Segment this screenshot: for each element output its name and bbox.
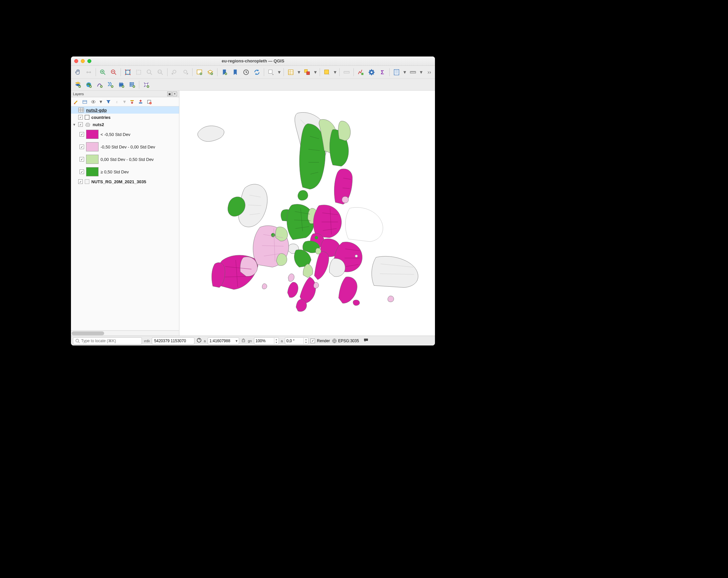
select-features-button[interactable]: [302, 67, 312, 77]
identify-button[interactable]: [266, 67, 276, 77]
collapse-all-button[interactable]: [137, 99, 144, 105]
new-3d-view-button[interactable]: [205, 67, 215, 77]
coord-toggle-icon[interactable]: [197, 338, 202, 344]
layer-toolbar: [71, 79, 435, 90]
measure-button[interactable]: [342, 67, 352, 77]
new-map-view-button[interactable]: [194, 67, 204, 77]
expand-all-button[interactable]: [129, 99, 135, 105]
class-visibility-checkbox[interactable]: ✓: [79, 132, 84, 137]
crs-button[interactable]: EPSG:3035: [332, 338, 359, 343]
layer-label: NUTS_RG_20M_2021_3035: [91, 179, 178, 184]
legend-item-1[interactable]: ✓ -0,50 Std Dev - 0,00 Std Dev: [71, 140, 179, 153]
zoom-next-button[interactable]: [180, 67, 190, 77]
rotation-input[interactable]: [285, 339, 304, 343]
expression-filter-button[interactable]: ε: [114, 99, 120, 105]
measure-line-button[interactable]: [408, 67, 418, 77]
scale-combo[interactable]: ▾: [208, 337, 239, 344]
new-bookmark-button[interactable]: [219, 67, 229, 77]
filter-legend-button[interactable]: [105, 99, 112, 105]
identify-dropdown[interactable]: ▾: [277, 69, 282, 75]
layer-visibility-checkbox[interactable]: ✓: [78, 179, 83, 184]
zoom-in-button[interactable]: [98, 67, 108, 77]
select-dropdown[interactable]: ▾: [313, 69, 318, 75]
zoom-selection-button[interactable]: [134, 67, 144, 77]
remove-layer-button[interactable]: [146, 99, 152, 105]
locator-bar[interactable]: [73, 337, 142, 344]
measure-dropdown[interactable]: ▾: [419, 69, 423, 75]
temporal-controller-button[interactable]: [241, 67, 251, 77]
field-calculator-button[interactable]: Σ: [378, 67, 387, 77]
add-raster-layer-button[interactable]: [84, 80, 94, 90]
deselect-dropdown[interactable]: ▾: [333, 69, 337, 75]
toolbox-button[interactable]: [367, 67, 376, 77]
pan-to-selection-button[interactable]: [84, 67, 94, 77]
panel-float-button[interactable]: ▣: [167, 91, 172, 96]
rotation-spin[interactable]: ▲▼: [285, 337, 309, 344]
locator-input[interactable]: [81, 339, 139, 343]
minimize-window-button[interactable]: [81, 59, 85, 63]
layer-style-button[interactable]: [73, 99, 79, 105]
magnifier-spin[interactable]: ▲▼: [254, 337, 279, 344]
layer-label: countries: [91, 115, 178, 120]
svg-rect-14: [269, 70, 272, 73]
show-bookmarks-button[interactable]: [230, 67, 240, 77]
magnifier-input[interactable]: [254, 339, 274, 343]
lock-icon[interactable]: [241, 338, 246, 343]
rotation-label: a: [281, 339, 283, 343]
open-attr-table-button[interactable]: [286, 67, 296, 77]
map-canvas[interactable]: [179, 90, 435, 336]
messages-icon[interactable]: [363, 337, 369, 344]
add-vector-layer-button[interactable]: [73, 80, 83, 90]
zoom-last-button[interactable]: [170, 67, 179, 77]
class-visibility-checkbox[interactable]: ✓: [79, 157, 84, 162]
scale-input[interactable]: [208, 339, 234, 343]
layer-item-nuts-bg[interactable]: ✓ NUTS_RG_20M_2021_3035: [71, 178, 179, 185]
add-group-button[interactable]: [81, 99, 88, 105]
attr-table-dropdown[interactable]: ▾: [297, 69, 301, 75]
close-window-button[interactable]: [74, 59, 78, 63]
svg-point-45: [315, 236, 318, 239]
zoom-native-button[interactable]: 1:1: [155, 67, 165, 77]
new-mesh-layer-button[interactable]: [127, 80, 137, 90]
manage-visibility-button[interactable]: [90, 99, 97, 105]
legend-label: < -0,50 Std Dev: [101, 132, 178, 137]
refresh-button[interactable]: [252, 67, 262, 77]
crs-label: EPSG:3035: [338, 339, 359, 343]
svg-point-46: [355, 255, 358, 258]
panel-close-button[interactable]: ✕: [173, 91, 177, 96]
coordinates-input[interactable]: [152, 337, 194, 344]
zoom-out-button[interactable]: [109, 67, 119, 77]
scale-dropdown[interactable]: ▾: [234, 339, 239, 343]
stats-summary-button[interactable]: [356, 67, 366, 77]
layer-item-nuts2[interactable]: ▼ ✓ nuts2: [71, 121, 179, 128]
new-virtual-layer-button[interactable]: [141, 80, 151, 90]
new-memory-layer-button[interactable]: [116, 80, 126, 90]
zoom-layer-button[interactable]: [145, 67, 154, 77]
collapse-toggle[interactable]: ▼: [72, 123, 76, 126]
expression-dropdown[interactable]: ▾: [122, 99, 127, 105]
zoom-full-button[interactable]: [123, 67, 133, 77]
layer-visibility-checkbox[interactable]: ✓: [78, 122, 83, 127]
class-visibility-checkbox[interactable]: ✓: [79, 169, 84, 174]
layer-label: nuts2: [93, 122, 178, 127]
toolbar-overflow-button[interactable]: ››: [425, 69, 433, 75]
legend-item-2[interactable]: ✓ 0,00 Std Dev - 0,50 Std Dev: [71, 153, 179, 165]
layer-visibility-checkbox[interactable]: ✓: [78, 115, 83, 120]
render-checkbox[interactable]: ✓: [310, 339, 315, 343]
new-shapefile-button[interactable]: [95, 80, 104, 90]
attributes-dropdown[interactable]: ▾: [402, 69, 407, 75]
legend-item-3[interactable]: ✓ ≥ 0,50 Std Dev: [71, 165, 179, 178]
svg-point-4: [147, 70, 151, 73]
pan-tool-button[interactable]: [73, 67, 83, 77]
sidebar-scrollbar[interactable]: [71, 331, 179, 336]
zoom-window-button[interactable]: [87, 59, 91, 63]
layer-item-countries[interactable]: ✓ countries: [71, 114, 179, 121]
attributes-form-button[interactable]: [392, 67, 401, 77]
legend-item-0[interactable]: ✓ < -0,50 Std Dev: [71, 128, 179, 140]
class-visibility-checkbox[interactable]: ✓: [79, 144, 84, 149]
visibility-dropdown[interactable]: ▾: [99, 99, 103, 105]
deselect-button[interactable]: [322, 67, 332, 77]
svg-rect-37: [74, 103, 75, 104]
new-geopackage-button[interactable]: [105, 80, 115, 90]
layer-item-nuts2-gdp[interactable]: nuts2-gdp: [71, 106, 179, 114]
